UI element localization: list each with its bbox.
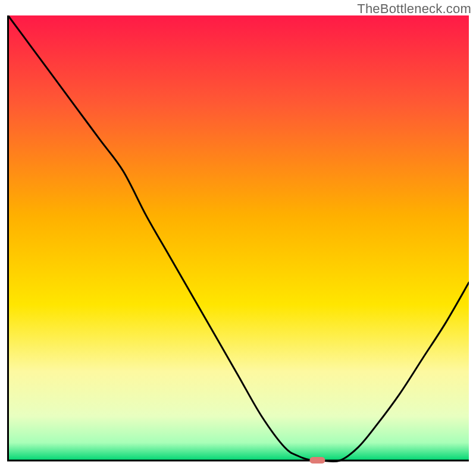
sweet-spot-marker xyxy=(309,457,325,464)
chart-container: TheBottleneck.com xyxy=(0,0,476,476)
plot-area xyxy=(7,15,469,469)
marker-pill xyxy=(309,457,325,464)
chart-svg xyxy=(7,15,469,469)
watermark-text: TheBottleneck.com xyxy=(357,1,471,17)
